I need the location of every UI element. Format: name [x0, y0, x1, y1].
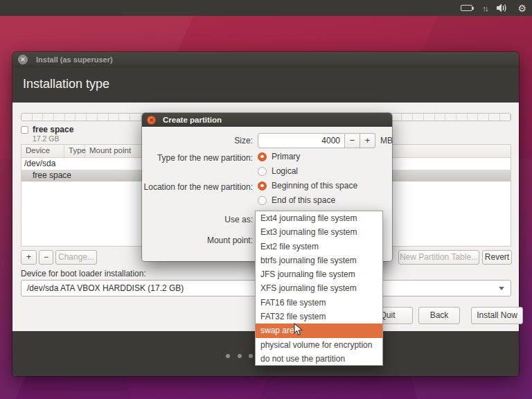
- free-space-size: 17.2 GB: [33, 134, 60, 143]
- volume-icon[interactable]: [497, 3, 508, 12]
- new-partition-table-button[interactable]: New Partition Table...: [398, 250, 479, 265]
- system-top-bar: ↑↓ ⚙: [0, 0, 532, 16]
- free-space-label: free space: [33, 125, 73, 134]
- radio-label: Logical: [272, 166, 298, 176]
- type-group-label: Type for the new partition:: [142, 153, 253, 163]
- free-space-checkbox[interactable]: [21, 126, 28, 134]
- column-header-mount-point[interactable]: Mount point: [85, 145, 143, 157]
- battery-icon[interactable]: [461, 5, 472, 11]
- mouse-cursor-icon: [294, 323, 303, 338]
- radio-label: End of this space: [272, 195, 335, 205]
- back-button[interactable]: Back: [418, 307, 460, 324]
- gear-icon[interactable]: ⚙: [517, 3, 526, 13]
- window-close-button[interactable]: ✕: [18, 55, 28, 64]
- page-title: Installation type: [23, 77, 109, 91]
- dialog-title: Create partition: [163, 116, 222, 124]
- free-space-legend: free space: [21, 125, 73, 134]
- window-titlebar: ✕ Install (as superuser): [12, 52, 519, 67]
- dropdown-item[interactable]: FAT32 file system: [256, 310, 382, 323]
- page-dot: [226, 354, 230, 358]
- bootloader-device-value: /dev/sda ATA VBOX HARDDISK (17.2 GB): [27, 283, 184, 293]
- radio-label: Primary: [272, 152, 300, 161]
- column-header-type[interactable]: Type: [64, 145, 85, 157]
- dropdown-item[interactable]: FAT16 file system: [256, 296, 382, 310]
- change-button[interactable]: Change...: [55, 250, 97, 265]
- dropdown-item[interactable]: Ext4 journaling file system: [256, 211, 382, 225]
- revert-button[interactable]: Revert: [482, 250, 512, 265]
- dialog-titlebar: ✕ Create partition: [142, 113, 392, 127]
- dropdown-item[interactable]: physical volume for encryption: [256, 338, 382, 352]
- radio-icon: [258, 196, 267, 205]
- mount-point-label: Mount point:: [142, 236, 253, 245]
- radio-label: Beginning of this space: [272, 181, 357, 190]
- window-header: Installation type: [12, 67, 519, 103]
- size-input[interactable]: 4000: [258, 133, 345, 148]
- radio-beginning[interactable]: Beginning of this space: [258, 181, 357, 190]
- size-unit-label: MB: [380, 136, 393, 145]
- radio-end[interactable]: End of this space: [258, 195, 335, 205]
- bootloader-label: Device for boot loader installation:: [21, 269, 146, 278]
- dropdown-item[interactable]: XFS journaling file system: [256, 281, 382, 295]
- page-dot: [238, 354, 242, 358]
- radio-icon: [258, 181, 267, 190]
- dropdown-item[interactable]: Ext3 journaling file system: [256, 225, 382, 239]
- dropdown-item[interactable]: Ext2 file system: [256, 240, 382, 254]
- network-arrows-icon[interactable]: ↑↓: [482, 4, 487, 12]
- size-label: Size:: [142, 136, 253, 145]
- radio-icon: [258, 152, 267, 161]
- window-title: Install (as superuser): [36, 55, 113, 64]
- radio-logical[interactable]: Logical: [258, 166, 298, 176]
- add-partition-button[interactable]: +: [21, 250, 37, 265]
- column-header-device[interactable]: Device: [21, 145, 64, 157]
- size-increment-button[interactable]: +: [360, 133, 375, 148]
- use-as-dropdown-list: Ext4 journaling file system Ext3 journal…: [255, 211, 383, 366]
- chevron-down-icon: [499, 287, 504, 290]
- location-group-label: Location for the new partition:: [142, 182, 253, 192]
- dropdown-item[interactable]: do not use the partition: [256, 352, 382, 366]
- dialog-close-button[interactable]: ✕: [147, 116, 156, 125]
- remove-partition-button[interactable]: −: [39, 250, 53, 265]
- size-spinner: 4000 − +: [258, 133, 375, 148]
- dropdown-item[interactable]: btrfs journaling file system: [256, 254, 382, 267]
- dropdown-item-swap-area[interactable]: swap area: [256, 323, 382, 337]
- radio-primary[interactable]: Primary: [258, 152, 300, 161]
- use-as-label: Use as:: [142, 215, 253, 224]
- page-dot: [249, 354, 253, 358]
- dropdown-item[interactable]: JFS journaling file system: [256, 267, 382, 281]
- size-decrement-button[interactable]: −: [345, 133, 360, 148]
- install-now-button[interactable]: Install Now: [471, 307, 523, 324]
- radio-icon: [258, 167, 267, 176]
